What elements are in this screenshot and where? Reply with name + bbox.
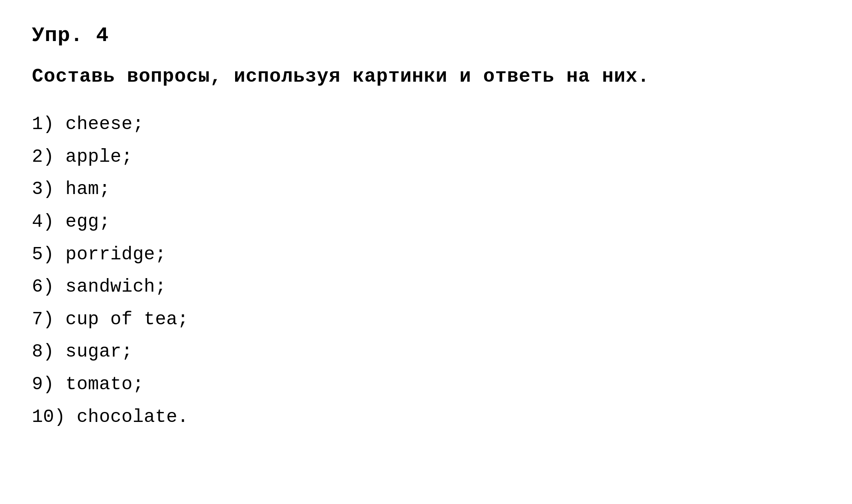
list-item: 9) tomato; (32, 370, 820, 400)
page-container: Упр. 4 Составь вопросы, используя картин… (32, 24, 820, 432)
instruction-text: Составь вопросы, используя картинки и от… (32, 63, 820, 90)
list-item: 6) sandwich; (32, 273, 820, 302)
exercise-title: Упр. 4 (32, 24, 820, 47)
list-item: 7) cup of tea; (32, 305, 820, 335)
list-item: 5) porridge; (32, 240, 820, 270)
list-item: 3) ham; (32, 175, 820, 204)
list-item: 2) apple; (32, 143, 820, 172)
list-item: 1) cheese; (32, 110, 820, 139)
list-item: 4) egg; (32, 208, 820, 237)
list-item: 8) sugar; (32, 337, 820, 367)
list-item: 10) chocolate. (32, 403, 820, 432)
items-list: 1) cheese;2) apple;3) ham;4) egg;5) porr… (32, 110, 820, 432)
